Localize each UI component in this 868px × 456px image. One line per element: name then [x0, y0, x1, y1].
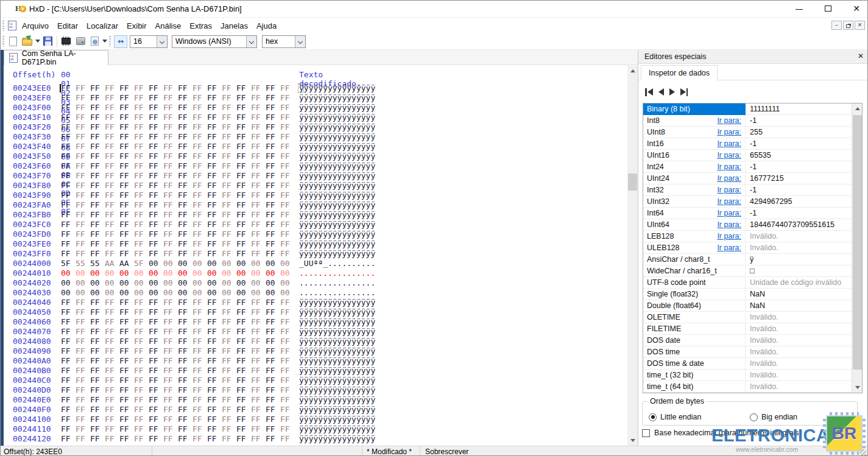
hex-row-text[interactable]: ÿÿÿÿÿÿÿÿÿÿÿÿÿÿÿÿ [299, 385, 375, 395]
hex-byte[interactable]: 55 [90, 259, 105, 268]
hex-byte[interactable]: FF [251, 337, 266, 346]
hex-byte[interactable]: FF [251, 83, 266, 93]
hex-byte[interactable]: FF [280, 346, 295, 356]
hex-byte[interactable]: FF [163, 152, 178, 161]
inspector-row-value[interactable]: 255 [746, 127, 852, 138]
hex-byte[interactable]: FF [280, 307, 295, 317]
hex-byte[interactable]: FF [236, 307, 251, 317]
hex-byte[interactable]: FF [236, 239, 251, 249]
goto-link[interactable]: Ir para: [717, 127, 741, 138]
hex-byte[interactable]: FF [236, 132, 251, 142]
hex-byte[interactable]: FF [163, 376, 178, 385]
radio-little-endian[interactable]: Little endian [649, 413, 701, 421]
hex-byte[interactable]: FF [251, 171, 266, 181]
menu-extras[interactable]: Extras [188, 19, 213, 32]
bytes-per-row-icon[interactable]: ↔ [114, 35, 127, 48]
hex-byte[interactable]: FF [134, 93, 149, 103]
hex-byte[interactable]: FF [280, 366, 295, 376]
hex-byte[interactable]: FF [266, 376, 280, 385]
inspector-row-value[interactable]: Inválido. [746, 370, 852, 381]
hex-byte[interactable]: 00 [134, 288, 149, 298]
hex-byte[interactable]: FF [251, 385, 266, 395]
hex-byte[interactable]: FF [266, 93, 280, 103]
hex-byte[interactable]: FF [149, 113, 163, 122]
hex-byte[interactable]: FF [207, 239, 222, 249]
hex-byte[interactable]: 00 [163, 278, 178, 288]
hex-byte[interactable]: 00 [134, 278, 149, 288]
hex-byte[interactable]: FF [119, 142, 134, 152]
hex-byte[interactable]: FF [192, 385, 207, 395]
hex-byte[interactable]: FF [163, 385, 178, 395]
hex-byte[interactable]: FF [163, 346, 178, 356]
inspector-row[interactable]: Double (float64)NaN [643, 300, 852, 312]
hex-byte[interactable]: FF [105, 434, 119, 444]
hex-byte[interactable]: FF [251, 249, 266, 259]
hex-byte[interactable]: FF [90, 220, 105, 230]
panel-close-icon[interactable]: ✕ [858, 52, 864, 60]
hex-byte[interactable]: FF [178, 249, 192, 259]
hex-byte[interactable]: 00 [105, 288, 119, 298]
hex-byte[interactable]: FF [149, 327, 163, 337]
hex-byte[interactable]: FF [90, 161, 105, 171]
hex-byte[interactable]: FF [105, 181, 119, 191]
hex-byte[interactable]: FF [119, 171, 134, 181]
hex-byte[interactable]: FF [61, 239, 76, 249]
hex-byte[interactable]: FF [163, 220, 178, 230]
hex-byte[interactable]: FF [134, 142, 149, 152]
hex-byte[interactable]: FF [90, 239, 105, 249]
hex-byte[interactable]: FF [149, 249, 163, 259]
hex-byte[interactable]: FF [222, 200, 236, 210]
hex-byte[interactable]: FF [207, 200, 222, 210]
inspector-row-value[interactable]: 18446744073709551615 [746, 219, 852, 231]
hex-byte[interactable]: FF [222, 366, 236, 376]
hex-byte[interactable]: 00 [178, 278, 192, 288]
hex-row-text[interactable]: ÿÿÿÿÿÿÿÿÿÿÿÿÿÿÿÿ [299, 171, 375, 181]
hex-row[interactable]: 002440C0FFFFFFFFFFFFFFFFFFFFFFFFFFFFFFFF… [4, 376, 627, 385]
hex-byte[interactable]: FF [251, 434, 266, 444]
hex-byte[interactable]: AA [105, 259, 119, 268]
hex-byte[interactable]: FF [149, 434, 163, 444]
hex-byte[interactable]: FF [251, 181, 266, 191]
minimize-button[interactable] [792, 3, 806, 14]
hex-byte[interactable]: FF [61, 376, 76, 385]
goto-link[interactable]: Ir para: [717, 161, 741, 173]
hex-byte[interactable]: FF [266, 356, 280, 366]
hex-byte[interactable]: FF [105, 83, 119, 93]
hex-row[interactable]: 00243FC0FFFFFFFFFFFFFFFFFFFFFFFFFFFFFFFF… [4, 220, 627, 230]
inspector-row[interactable]: ULEB128Ir para:Inválido. [643, 242, 852, 254]
hex-byte[interactable]: FF [105, 239, 119, 249]
hex-byte[interactable]: FF [192, 366, 207, 376]
inspector-row[interactable]: Int24Ir para:-1 [643, 161, 852, 173]
hex-byte[interactable]: FF [149, 424, 163, 434]
hex-byte[interactable]: FF [105, 415, 119, 424]
hex-row[interactable]: 00243F10FFFFFFFFFFFFFFFFFFFFFFFFFFFFFFFF… [4, 113, 627, 122]
hex-byte[interactable]: FF [163, 434, 178, 444]
hex-byte[interactable]: FF [192, 327, 207, 337]
hex-byte[interactable]: FF [266, 366, 280, 376]
hex-byte[interactable]: FF [178, 152, 192, 161]
inspector-scrollbar[interactable] [852, 103, 862, 393]
hex-byte[interactable]: FF [192, 132, 207, 142]
hex-byte[interactable]: FF [251, 346, 266, 356]
hex-byte[interactable]: FF [236, 161, 251, 171]
hex-byte[interactable]: FF [236, 249, 251, 259]
hex-byte[interactable]: 00 [207, 259, 222, 268]
hex-row-text[interactable]: ÿÿÿÿÿÿÿÿÿÿÿÿÿÿÿÿ [299, 337, 375, 346]
hex-byte[interactable]: FF [61, 395, 76, 405]
hex-byte[interactable]: FF [61, 298, 76, 307]
hex-byte[interactable]: FF [266, 395, 280, 405]
new-file-icon[interactable] [7, 35, 20, 48]
hex-byte[interactable]: FF [280, 317, 295, 327]
hex-byte[interactable]: FF [266, 191, 280, 200]
hex-byte[interactable]: 00 [280, 259, 295, 268]
close-button[interactable]: ✕ [850, 3, 863, 14]
hex-byte[interactable]: FF [280, 239, 295, 249]
hex-row-text[interactable]: ÿÿÿÿÿÿÿÿÿÿÿÿÿÿÿÿ [299, 434, 375, 444]
hex-row[interactable]: 00244070FFFFFFFFFFFFFFFFFFFFFFFFFFFFFFFF… [4, 327, 627, 337]
hex-byte[interactable]: FF [90, 171, 105, 181]
hex-byte[interactable]: FF [76, 337, 90, 346]
hex-byte[interactable]: FF [119, 122, 134, 132]
hex-byte[interactable]: FF [192, 181, 207, 191]
inspector-row-value[interactable]: NaN [746, 289, 852, 300]
hex-byte[interactable]: 00 [236, 268, 251, 278]
